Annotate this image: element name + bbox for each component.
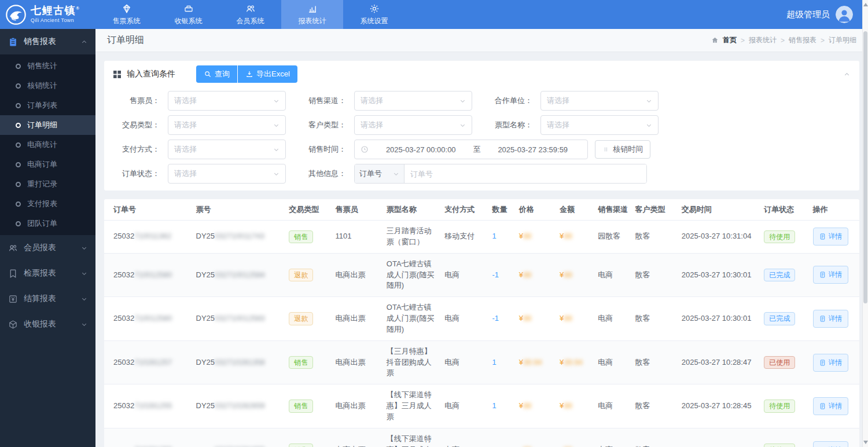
pay-method-select[interactable]: 请选择 — [168, 140, 286, 159]
customer-type-select[interactable]: 请选择 — [354, 115, 472, 135]
sidebar-item-支付报表[interactable]: 支付报表 — [0, 194, 95, 214]
column-header: 销售渠道 — [593, 199, 630, 221]
sidebar-item-电商统计[interactable]: 电商统计 — [0, 135, 95, 155]
nav-item-售票系统[interactable]: 售票系统 — [95, 0, 157, 29]
breadcrumb-item[interactable]: 首页 — [723, 35, 737, 45]
sidebar-group-结算报表[interactable]: 结算报表 — [0, 286, 95, 312]
ticket-no-cell-prefix: DY25 — [196, 314, 215, 323]
order-no-cell-masked: 710281255 — [134, 401, 172, 410]
order-status-cell: 待使用 — [759, 428, 808, 447]
sidebar-item-label: 支付报表 — [27, 199, 57, 209]
partner-select[interactable]: 请选择 — [540, 91, 659, 111]
ticket-no-cell-prefix: DY25 — [196, 401, 215, 410]
price-cell: ¥39.94 — [514, 340, 555, 384]
brand-subtitle: Qili Ancient Town — [31, 18, 80, 24]
sidebar-item-订单明细[interactable]: 订单明细 — [0, 115, 95, 135]
trade-type-select[interactable]: 请选择 — [168, 115, 286, 135]
field-label-partner: 合作单位 — [486, 96, 532, 106]
field-label-pay-method: 支付方式 — [113, 144, 160, 155]
order-status-select[interactable]: 请选择 — [168, 164, 286, 184]
detail-button[interactable]: 详情 — [813, 266, 848, 284]
customer-type-cell: 散客 — [630, 428, 676, 447]
field-label-sales-channel: 销售渠道 — [300, 96, 346, 106]
select-placeholder: 请选择 — [361, 120, 383, 130]
column-header: 交易类型 — [284, 199, 330, 221]
scroll-down-arrow[interactable] — [863, 441, 868, 444]
verify-time-button[interactable]: 核销时间 — [595, 140, 650, 159]
column-header: 支付方式 — [440, 199, 487, 221]
breadcrumb-separator: > — [741, 36, 745, 45]
currency-symbol: ¥ — [519, 314, 523, 323]
nav-item-收银系统[interactable]: 收银系统 — [157, 0, 219, 29]
search-button[interactable]: 查询 — [196, 65, 237, 83]
sales-channel-select[interactable]: 请选择 — [354, 91, 472, 111]
sale-time-end[interactable]: 2025-03-27 23:59:59 — [484, 145, 582, 154]
amount-cell: ¥88 — [555, 297, 593, 341]
detail-button[interactable]: 详情 — [813, 228, 848, 246]
detail-button[interactable]: 详情 — [813, 397, 848, 415]
sidebar-group-会员报表[interactable]: 会员报表 — [0, 235, 95, 261]
detail-button[interactable]: 详情 — [813, 310, 848, 328]
nav-item-会员系统[interactable]: 会员系统 — [219, 0, 281, 29]
price-cell: ¥88 — [514, 384, 555, 428]
qty-cell: 1 — [487, 384, 514, 428]
table-row: 25032710012580DY25032710012583退款电商出票OTA七… — [104, 297, 859, 341]
sidebar-group-检票报表[interactable]: 检票报表 — [0, 261, 95, 286]
sidebar-item-label: 核销统计 — [27, 80, 57, 91]
scrollbar[interactable] — [862, 0, 868, 447]
ticket-no-cell: DY25032710012584 — [192, 253, 285, 297]
scrollbar-thumb[interactable] — [863, 31, 867, 303]
bullet-icon — [16, 162, 21, 167]
scroll-up-arrow[interactable] — [863, 3, 868, 6]
nav-item-报表统计[interactable]: 报表统计 — [281, 0, 343, 29]
sidebar-item-电商订单[interactable]: 电商订单 — [0, 155, 95, 174]
ticket-no-cell: DY25032710281358 — [192, 340, 285, 384]
ticket-name-select[interactable]: 请选择 — [540, 115, 659, 135]
avatar[interactable] — [836, 6, 853, 23]
breadcrumb-item[interactable]: 销售报表 — [789, 35, 816, 45]
ticket-seller-select[interactable]: 请选择 — [168, 91, 286, 111]
amount-cell-masked: 39.94 — [564, 358, 583, 367]
sidebar-item-销售统计[interactable]: 销售统计 — [0, 56, 95, 76]
sidebar-group-收银报表[interactable]: 收银报表 — [0, 312, 95, 337]
chevron-down-icon — [273, 146, 279, 153]
order-no-cell: 25032710012580 — [104, 297, 192, 341]
sale-time-start[interactable]: 2025-03-27 00:00:00 — [372, 145, 470, 154]
orders-table: 订单号票号交易类型售票员票型名称支付方式数量价格金额销售渠道客户类型交易时间订单… — [104, 199, 859, 447]
sidebar-item-订单列表[interactable]: 订单列表 — [0, 96, 95, 115]
collapse-panel-icon[interactable] — [844, 71, 850, 78]
chevron-down-icon — [81, 270, 87, 277]
price-cell-masked: 88 — [523, 401, 531, 410]
currency-symbol: ¥ — [519, 401, 523, 410]
pay-method-cell: 电商 — [440, 340, 487, 384]
query-panel-header: 输入查询条件 查询 导出Excel — [104, 61, 859, 86]
sale-time-range-picker[interactable]: 2025-03-27 00:00:00 至 2025-03-27 23:59:5… — [354, 140, 588, 159]
export-excel-button[interactable]: 导出Excel — [238, 65, 297, 83]
sidebar-group-销售报表[interactable]: 销售报表 — [0, 29, 95, 54]
ticket-no-cell-prefix: DY25 — [196, 270, 215, 279]
detail-button[interactable]: 详情 — [813, 354, 848, 372]
bullet-icon — [16, 103, 21, 108]
nav-item-系统设置[interactable]: 系统设置 — [343, 0, 405, 29]
currency-symbol: ¥ — [519, 232, 523, 240]
order-no-cell-masked: 710281255 — [134, 445, 172, 447]
price-cell: ¥88 — [514, 221, 555, 254]
sidebar-item-重打记录[interactable]: 重打记录 — [0, 174, 95, 194]
order-no-cell: 25032710011362 — [104, 221, 192, 254]
breadcrumb-separator: > — [821, 36, 825, 45]
sidebar-item-核销统计[interactable]: 核销统计 — [0, 76, 95, 96]
ticket-no-cell: DY25032710011743 — [192, 221, 285, 254]
nav-item-label: 报表统计 — [299, 16, 326, 26]
order-no-input[interactable] — [404, 164, 646, 183]
export-button-label: 导出Excel — [256, 69, 290, 79]
detail-button[interactable]: 详情 — [813, 441, 848, 447]
ticket-no-cell-prefix: DY25 — [196, 232, 215, 240]
order-no-cell-masked: 710012580 — [134, 270, 172, 279]
other-info-type-select[interactable]: 订单号 — [355, 164, 404, 183]
document-icon — [819, 271, 826, 279]
chevron-down-icon — [646, 98, 652, 104]
select-placeholder: 请选择 — [174, 96, 197, 106]
breadcrumb-item[interactable]: 报表统计 — [749, 35, 777, 45]
brand-trademark: ® — [76, 6, 80, 11]
sidebar-item-团队订单[interactable]: 团队订单 — [0, 214, 95, 233]
